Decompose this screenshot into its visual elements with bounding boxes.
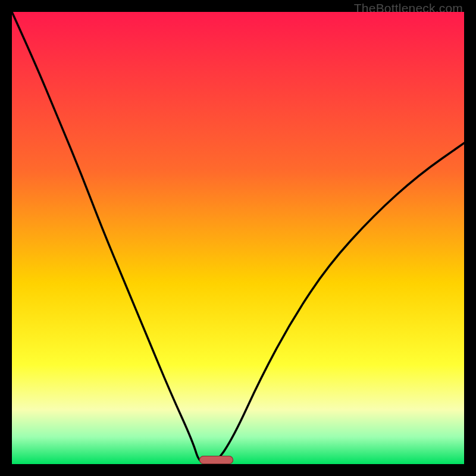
bottleneck-curve	[12, 12, 464, 464]
chart-plot-area	[12, 12, 464, 464]
optimal-marker	[199, 456, 233, 464]
